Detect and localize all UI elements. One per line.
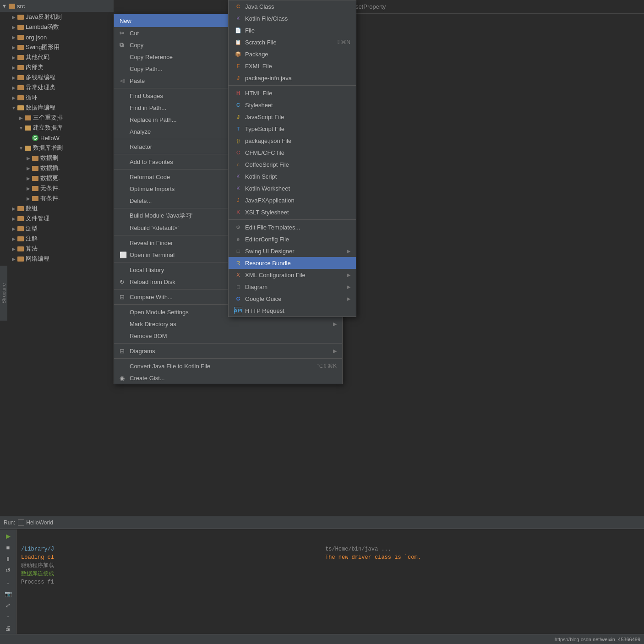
submenu-item-http-request[interactable]: API HTTP Request <box>229 305 356 317</box>
tree-item-createdb[interactable]: ▼ 建立数据库 <box>0 123 114 133</box>
submenu-item-cfml[interactable]: C CFML/CFC file <box>229 147 356 158</box>
diagrams-arrow: ▶ <box>333 348 337 354</box>
tree-label: Swing图形用 <box>26 43 60 51</box>
console-process: Process fi <box>21 579 54 585</box>
run-app-name: HelloWorld <box>26 519 53 526</box>
folder-open-icon <box>17 105 24 110</box>
tree-item-lambda[interactable]: ▶ Lambda函数 <box>0 22 114 32</box>
tree-item-database[interactable]: ▼ 数据库编程 <box>0 103 114 113</box>
separator-10 <box>114 343 342 344</box>
submenu-item-edit-templates[interactable]: ⚙ Edit File Templates... <box>229 221 356 233</box>
menu-item-convert-kotlin[interactable]: Convert Java File to Kotlin File ⌥⇧⌘K <box>114 360 342 372</box>
tree-label: org.json <box>26 34 47 41</box>
up-button[interactable]: ↑ <box>3 612 14 622</box>
submenu-item-package[interactable]: 📦 Package <box>229 48 356 60</box>
submenu-item-packagejson[interactable]: {} package.json File <box>229 135 356 147</box>
submenu-item-javafx[interactable]: J JavaFXApplication <box>229 194 356 206</box>
kworksheet-label: Kotlin Worksheet <box>245 185 350 192</box>
tree-item-filemanage[interactable]: ▶ 文件管理 <box>0 213 114 224</box>
folder-icon <box>17 85 24 90</box>
scroll-down-button[interactable]: ↓ <box>3 577 14 587</box>
tree-item-unconditional[interactable]: ▶ 无条件. <box>0 183 114 193</box>
stop-button[interactable]: ■ <box>3 543 14 552</box>
submenu-item-editorconfig[interactable]: e EditorConfig File <box>229 233 356 245</box>
tree-item-loop[interactable]: ▶ 循环 <box>0 93 114 103</box>
submenu-item-package-info[interactable]: J package-info.java <box>229 72 356 84</box>
tree-item-inner[interactable]: ▶ 内部类 <box>0 62 114 72</box>
submenu-item-js[interactable]: J JavaScript File <box>229 111 356 123</box>
folder-icon <box>17 246 24 251</box>
paste-icon: ⧏ <box>120 77 127 84</box>
menu-item-mark-directory[interactable]: Mark Directory as ▶ <box>114 318 342 330</box>
swing-ui-icon: □ <box>234 247 242 255</box>
tree-item-orgjson[interactable]: ▶ org.json <box>0 32 114 42</box>
run-button[interactable]: ▶ <box>3 531 14 541</box>
css-icon: C <box>234 101 242 109</box>
tree-item-java-reflect[interactable]: ▶ Java反射机制 <box>0 12 114 22</box>
folder-icon <box>32 166 38 171</box>
http-request-icon: API <box>234 307 242 314</box>
submenu-item-kotlin-class[interactable]: K Kotlin File/Class <box>229 12 356 24</box>
tree-item-network[interactable]: ▶ 网络编程 <box>0 254 114 264</box>
menu-item-diagrams[interactable]: ⊞ Diagrams ▶ <box>114 345 342 357</box>
submenu-item-google-guice[interactable]: G Google Guice ▶ <box>229 293 356 305</box>
tree-item-array[interactable]: ▶ 数组 <box>0 203 114 213</box>
submenu-item-fxml[interactable]: F FXML File <box>229 60 356 72</box>
packagejson-label: package.json File <box>245 137 350 144</box>
submenu-item-swing-ui[interactable]: □ Swing UI Designer ▶ <box>229 245 356 257</box>
cfml-icon: C <box>234 149 242 156</box>
menu-item-remove-bom[interactable]: Remove BOM <box>114 330 342 342</box>
tree-item-annotation[interactable]: ▶ 注解 <box>0 234 114 244</box>
submenu-item-html[interactable]: H HTML File <box>229 87 356 99</box>
file-label: File <box>245 27 350 34</box>
tree-item-exception[interactable]: ▶ 异常处理类 <box>0 82 114 93</box>
submenu-item-coffee[interactable]: c CoffeeScript File <box>229 158 356 170</box>
tree-label: 数据更. <box>40 174 60 182</box>
java-class-label: Java Class <box>245 3 350 10</box>
src-folder-header[interactable]: ▼ src <box>0 0 114 12</box>
folder-icon <box>17 25 24 30</box>
folder-open-icon <box>25 126 31 131</box>
submenu-item-java-class[interactable]: C Java Class <box>229 0 356 12</box>
tree-item-swing[interactable]: ▶ Swing图形用 <box>0 42 114 52</box>
submenu-item-file[interactable]: 📄 File <box>229 24 356 36</box>
submenu-item-scratch[interactable]: 📋 Scratch File ⇧⌘N <box>229 36 356 48</box>
convert-kotlin-shortcut: ⌥⇧⌘K <box>317 363 337 369</box>
menu-item-create-gist[interactable]: ◉ Create Gist... <box>114 372 342 384</box>
tree-item-generic[interactable]: ▶ 泛型 <box>0 224 114 234</box>
tree-item-del[interactable]: ▶ 数据删 <box>0 153 114 163</box>
mark-directory-label: Mark Directory as <box>130 321 330 327</box>
kotlin-class-label: Kotlin File/Class <box>245 15 350 22</box>
tree-item-other[interactable]: ▶ 其他代码 <box>0 52 114 62</box>
folder-icon <box>17 226 24 231</box>
submenu-item-xml-config[interactable]: X XML Configuration File ▶ <box>229 269 356 281</box>
submenu-item-css[interactable]: C Stylesheet <box>229 99 356 111</box>
camera-button[interactable]: 📷 <box>3 589 14 598</box>
submenu-item-diagram[interactable]: ◻ Diagram ▶ <box>229 281 356 293</box>
rerun-button[interactable]: ↺ <box>3 566 14 575</box>
terminal-icon: ⬜ <box>120 251 127 258</box>
tree-item-hellow[interactable]: G HelloW <box>0 133 114 143</box>
structure-tab[interactable]: Structure <box>0 266 7 321</box>
tree-item-three[interactable]: ▶ 三个重要排 <box>0 113 114 123</box>
pause-button[interactable]: ⏸ <box>3 554 14 564</box>
folder-icon <box>32 196 38 201</box>
tree-item-update[interactable]: ▶ 数据更. <box>0 173 114 183</box>
tree-item-algorithm[interactable]: ▶ 算法 <box>0 244 114 254</box>
submenu-item-xslt[interactable]: X XSLT Stylesheet <box>229 206 356 218</box>
diagrams-icon: ⊞ <box>120 348 127 355</box>
submenu-item-resource-bundle[interactable]: R Resource Bundle <box>229 257 356 269</box>
sub-separator-2 <box>229 219 356 220</box>
tree-item-dbcrud[interactable]: ▼ 数据库增删 <box>0 143 114 153</box>
swing-ui-label: Swing UI Designer <box>245 248 345 255</box>
submenu-item-ts[interactable]: T TypeScript File <box>229 123 356 135</box>
tree-item-conditional[interactable]: ▶ 有条件. <box>0 193 114 203</box>
tree-label: 数据插. <box>40 164 60 172</box>
tree-item-insert[interactable]: ▶ 数据插. <box>0 163 114 173</box>
submenu-item-kworksheet[interactable]: K Kotlin Worksheet <box>229 182 356 194</box>
tree-item-multithread[interactable]: ▶ 多线程编程 <box>0 72 114 82</box>
print-button[interactable]: 🖨 <box>3 623 14 633</box>
submenu-item-kscript[interactable]: K Kotlin Script <box>229 170 356 182</box>
ts-label: TypeScript File <box>245 126 350 132</box>
expand-button[interactable]: ⤢ <box>3 600 14 610</box>
